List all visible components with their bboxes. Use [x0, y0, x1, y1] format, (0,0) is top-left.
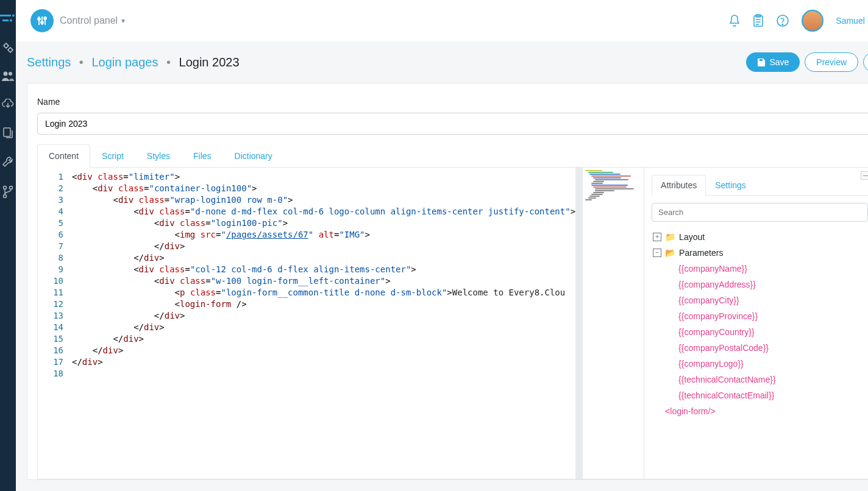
wrench-icon[interactable] — [2, 156, 14, 168]
param-item[interactable]: {{companyPostalCode}} — [652, 340, 868, 356]
param-item[interactable]: {{companyCountry}} — [652, 324, 868, 340]
breadcrumb: Settings • Login pages • Login 2023 — [27, 55, 240, 69]
attributes-panel: — Attributes Settings + 📁 Layout − 📂 — [644, 168, 868, 479]
chevron-down-icon[interactable]: ▾ — [121, 16, 125, 25]
svg-point-11 — [4, 195, 7, 198]
user-name[interactable]: Samuel Hoff — [836, 16, 868, 26]
svg-point-2 — [12, 15, 15, 17]
svg-point-7 — [9, 72, 12, 76]
svg-point-6 — [4, 72, 8, 76]
svg-point-12 — [38, 18, 40, 20]
param-item[interactable]: {{companyProvince}} — [652, 308, 868, 324]
tab-styles[interactable]: Styles — [135, 144, 182, 167]
users-icon[interactable] — [1, 71, 15, 82]
panel-label[interactable]: Control panel — [60, 15, 118, 26]
svg-rect-0 — [0, 15, 11, 16]
svg-point-14 — [44, 17, 46, 19]
tree-parameters[interactable]: − 📂 Parameters — [652, 245, 868, 261]
collapse-icon[interactable]: − — [653, 249, 661, 257]
folder-open-icon: 📂 — [665, 248, 675, 258]
attributes-search-input[interactable] — [652, 203, 868, 222]
app-logo-icon — [0, 12, 16, 24]
svg-point-4 — [4, 44, 8, 48]
copy-icon[interactable] — [2, 127, 13, 139]
bell-icon[interactable] — [728, 14, 741, 27]
line-gutter: 123456789101112131415161718 — [38, 168, 72, 479]
breadcrumb-settings[interactable]: Settings — [27, 55, 71, 69]
svg-point-18 — [783, 24, 784, 25]
folder-icon: 📁 — [665, 232, 675, 242]
svg-rect-8 — [4, 128, 10, 136]
topbar: Control panel ▾ Samuel Hoff — [16, 0, 868, 41]
svg-point-10 — [10, 186, 13, 189]
code-editor[interactable]: 123456789101112131415161718 <div class="… — [38, 168, 644, 479]
branch-icon[interactable] — [2, 185, 13, 199]
code-content[interactable]: <div class="limiter"> <div class="contai… — [72, 168, 583, 479]
tree-layout[interactable]: + 📁 Layout — [652, 229, 868, 245]
param-item[interactable]: {{technicalContactName}} — [652, 372, 868, 387]
name-label: Name — [37, 97, 868, 107]
svg-point-5 — [9, 48, 12, 52]
left-sidebar — [0, 0, 16, 491]
close-button[interactable]: × — [863, 52, 868, 72]
collapse-panel-button[interactable]: — — [861, 171, 868, 180]
side-tab-settings[interactable]: Settings — [706, 175, 755, 195]
svg-rect-1 — [2, 19, 9, 21]
clipboard-icon[interactable] — [753, 14, 764, 27]
param-item[interactable]: {{companyCity}} — [652, 292, 868, 308]
param-item[interactable]: {{companyName}} — [652, 261, 868, 277]
minimap[interactable] — [583, 168, 644, 479]
login-form-snippet[interactable]: <login-form/> — [652, 403, 868, 419]
param-item[interactable]: {{technicalContactEmail}} — [652, 387, 868, 403]
param-item[interactable]: {{companyAddress}} — [652, 277, 868, 292]
gears-icon[interactable] — [2, 41, 14, 54]
help-icon[interactable] — [776, 14, 789, 27]
tab-content[interactable]: Content — [37, 144, 90, 168]
preview-button[interactable]: Preview — [805, 52, 858, 72]
breadcrumb-current: Login 2023 — [179, 55, 240, 69]
tab-files[interactable]: Files — [182, 144, 223, 167]
param-item[interactable]: {{companyLogo}} — [652, 356, 868, 372]
tab-script[interactable]: Script — [90, 144, 135, 167]
save-button[interactable]: Save — [746, 52, 800, 72]
name-input[interactable] — [37, 113, 868, 135]
avatar[interactable] — [802, 10, 824, 32]
panel-logo-icon — [30, 9, 54, 32]
editor-tabs: Content Script Styles Files Dictionary — [37, 144, 868, 168]
tree-layout-label: Layout — [679, 232, 705, 242]
svg-point-3 — [10, 19, 12, 22]
save-button-label: Save — [769, 57, 789, 67]
svg-point-13 — [41, 21, 43, 24]
breadcrumb-login-pages[interactable]: Login pages — [91, 55, 158, 69]
cloud-download-icon[interactable] — [1, 99, 15, 110]
tab-dictionary[interactable]: Dictionary — [223, 144, 284, 167]
side-tab-attributes[interactable]: Attributes — [652, 175, 706, 196]
tree-parameters-label: Parameters — [679, 248, 723, 258]
expand-icon[interactable]: + — [653, 233, 661, 241]
svg-point-9 — [4, 186, 7, 189]
